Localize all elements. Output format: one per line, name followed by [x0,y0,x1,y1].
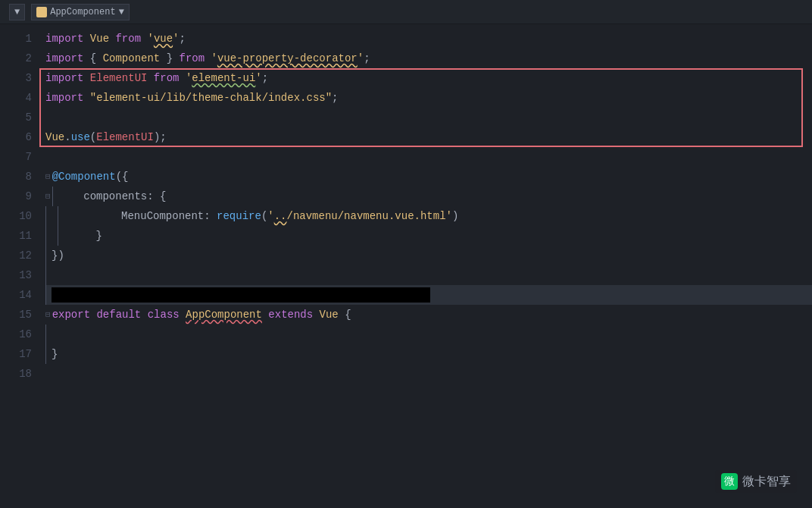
code-line-1: import Vue from 'vue' ; [45,29,812,49]
code-line-6: Vue . use ( ElementUI ); [45,127,812,147]
code-area: 1 2 3 4 5 6 7 8 9 10 11 12 13 14 15 16 1… [0,24,812,508]
component-tab[interactable]: AppComponent ▼ [31,4,130,20]
code-line-14 [45,285,812,305]
code-line-9: ⊟ components : { [45,187,812,206]
component-icon [36,7,47,17]
code-line-11: } [45,226,812,246]
code-line-5 [45,108,812,127]
fold-icon-8[interactable]: ⊟ [45,167,51,187]
code-line-13 [45,265,812,285]
code-line-3: import ElementUI from 'element-ui' ; [45,68,812,88]
code-line-15: ⊟ export default class AppComponent exte… [45,305,812,325]
dropdown-arrow-left: ▼ [14,7,20,17]
tab-dropdown-arrow: ▼ [119,7,124,17]
left-dropdown[interactable]: ▼ [9,4,25,20]
cursor-line-bar [52,287,430,303]
fold-icon-15[interactable]: ⊟ [45,305,51,325]
code-content: import Vue from 'vue' ; import { Compone… [39,24,812,508]
wechat-icon: 微 [721,473,738,490]
watermark-text: 微卡智享 [742,474,791,490]
tab-label: AppComponent [50,7,115,17]
editor-container: ▼ AppComponent ▼ 1 2 3 4 5 6 7 8 9 10 11… [0,0,812,508]
code-line-12: }) [45,246,812,265]
code-line-17: } [45,344,812,364]
code-line-10: MenuComponent : require ( ' .. /navmenu/… [45,206,812,226]
code-line-2: import { Component } from 'vue-property-… [45,49,812,68]
code-line-16 [45,325,812,344]
code-line-8: ⊟ @Component ({ [45,167,812,187]
fold-icon-9[interactable]: ⊟ [45,187,51,206]
watermark: 微 微卡智享 [715,470,797,493]
line-numbers: 1 2 3 4 5 6 7 8 9 10 11 12 13 14 15 16 1… [0,24,39,508]
code-line-4: import "element-ui/lib/theme-chalk/index… [45,88,812,108]
title-bar: ▼ AppComponent ▼ [0,0,812,24]
code-line-18 [45,364,812,384]
code-line-7 [45,147,812,167]
